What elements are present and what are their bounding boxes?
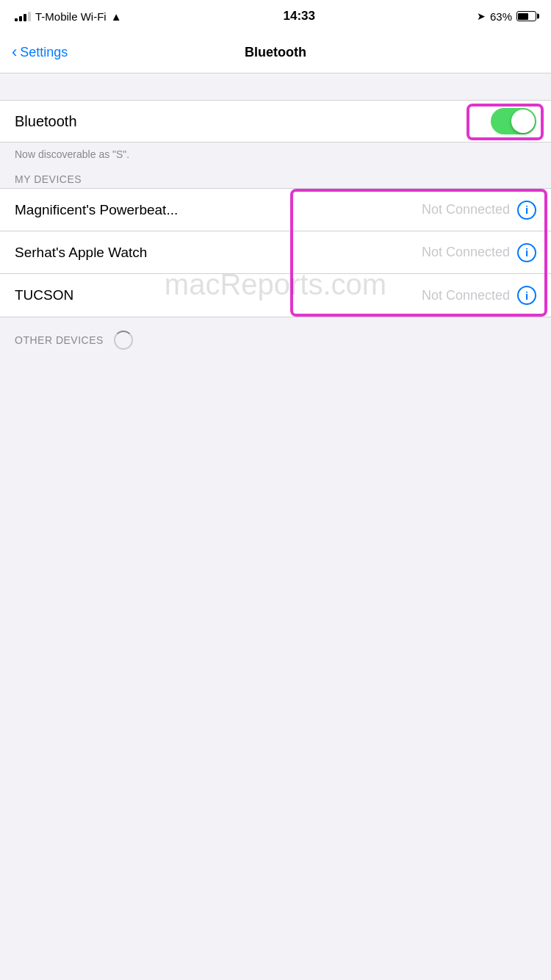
- not-connected-status: Not Connected: [422, 202, 510, 217]
- info-button[interactable]: i: [517, 243, 536, 262]
- info-button[interactable]: i: [517, 286, 536, 305]
- device-name: Serhat's Apple Watch: [15, 245, 422, 261]
- discoverable-text: Now discoverable as "S".: [0, 143, 551, 167]
- page-title: Bluetooth: [245, 45, 306, 60]
- info-icon: i: [525, 246, 528, 259]
- bluetooth-toggle-label: Bluetooth: [15, 113, 77, 130]
- info-icon: i: [525, 203, 528, 216]
- device-row[interactable]: Serhat's Apple Watch Not Connected i: [0, 231, 551, 274]
- wifi-icon: ▲: [111, 10, 122, 23]
- battery-percent: 63%: [490, 10, 512, 23]
- signal-bar-2: [19, 16, 22, 21]
- signal-bars-icon: [15, 11, 31, 21]
- back-label: Settings: [20, 45, 68, 60]
- device-name: TUCSON: [15, 287, 422, 303]
- status-bar: T-Mobile Wi-Fi ▲ 14:33 ➤ 63%: [0, 0, 551, 32]
- other-devices-header-label: OTHER DEVICES: [15, 334, 104, 346]
- device-status: Not Connected i: [422, 286, 536, 305]
- navigation-bar: ‹ Settings Bluetooth: [0, 32, 551, 73]
- device-name: Magnificent's Powerbeat...: [15, 202, 422, 218]
- chevron-left-icon: ‹: [12, 44, 17, 60]
- bluetooth-toggle-section: Bluetooth: [0, 100, 551, 143]
- device-row[interactable]: TUCSON Not Connected i: [0, 274, 551, 317]
- device-status: Not Connected i: [422, 243, 536, 262]
- signal-bar-4: [28, 12, 31, 21]
- device-row[interactable]: Magnificent's Powerbeat... Not Connected…: [0, 189, 551, 231]
- device-list: Magnificent's Powerbeat... Not Connected…: [0, 188, 551, 317]
- loading-spinner: [114, 331, 133, 350]
- info-icon: i: [525, 289, 528, 302]
- back-button[interactable]: ‹ Settings: [12, 45, 68, 60]
- status-time: 14:33: [284, 9, 315, 24]
- status-right: ➤ 63%: [477, 10, 536, 23]
- location-icon: ➤: [477, 10, 486, 22]
- bluetooth-toggle-row: Bluetooth: [0, 101, 551, 142]
- other-devices-section: OTHER DEVICES: [0, 317, 551, 356]
- my-devices-header: MY DEVICES: [0, 167, 551, 188]
- bluetooth-toggle[interactable]: [491, 108, 536, 134]
- info-button[interactable]: i: [517, 201, 536, 220]
- battery-icon: [516, 11, 536, 21]
- signal-bar-3: [24, 14, 26, 21]
- device-status: Not Connected i: [422, 201, 536, 220]
- toggle-knob: [511, 109, 535, 133]
- not-connected-status: Not Connected: [422, 245, 510, 260]
- carrier-label: T-Mobile Wi-Fi: [35, 10, 107, 23]
- section-gap-top: [0, 73, 551, 100]
- not-connected-status: Not Connected: [422, 288, 510, 303]
- status-left: T-Mobile Wi-Fi ▲: [15, 10, 122, 23]
- signal-bar-1: [15, 18, 18, 21]
